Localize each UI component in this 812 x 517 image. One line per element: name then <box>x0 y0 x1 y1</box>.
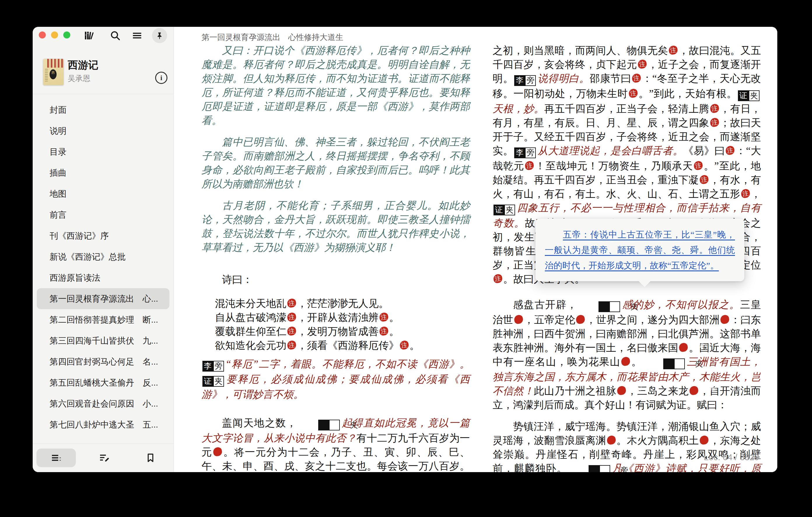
zhu-annotation-badge[interactable]: 注 <box>632 73 641 83</box>
text-segment: ，茫茫渺渺无人见。 <box>297 298 389 309</box>
sidebar-item-14[interactable]: 第五回乱蟠桃大圣偷丹 反... <box>33 372 174 393</box>
zhu-annotation-badge[interactable]: 注 <box>399 340 409 350</box>
close-window-button[interactable] <box>39 31 46 38</box>
zhu-annotation-badge[interactable]: 注 <box>725 145 735 155</box>
text-segment: 天根，妙。 <box>493 103 544 115</box>
ebook-reader-window: 西 西游记 吴承恩 i 封面说明目录插曲地图前言刊《西游记》序新说《西游记》总批… <box>33 27 777 472</box>
zhu-annotation-badge[interactable]: 注 <box>699 435 709 445</box>
paragraph: 覆载群生仰至仁注，发明万物皆成善注。 <box>215 325 470 339</box>
zhu-annotation-badge[interactable]: 注 <box>689 386 699 395</box>
zoom-window-button[interactable] <box>63 31 70 38</box>
zhu-annotation-badge[interactable]: 注 <box>616 386 627 395</box>
text-segment: ，三岛之来龙 <box>627 385 689 397</box>
zhu-annotation-badge[interactable]: 注 <box>709 103 720 113</box>
li-pang-marker: 李旁 <box>514 145 536 159</box>
marker-char: 证 <box>599 301 609 312</box>
zhu-annotation-badge[interactable]: 注 <box>379 312 389 322</box>
zhu-annotation-badge[interactable]: 注 <box>606 435 616 445</box>
info-icon[interactable]: i <box>155 72 167 84</box>
sidebar-item-13[interactable]: 第四回官封弼马心何足 名... <box>33 351 174 372</box>
bookmark-tab-button[interactable] <box>130 449 170 467</box>
reading-pane: 第一回灵根育孕源流出 心性修持大道生 又曰：开口说个《西游释厄传》，厄者何？即后… <box>174 27 777 472</box>
text-segment: 感盘古开辟， <box>513 299 577 310</box>
zhu-annotation-badge[interactable]: 注 <box>637 59 647 69</box>
menu-icon[interactable] <box>130 29 144 42</box>
sidebar-item-3[interactable]: 目录 <box>33 141 174 162</box>
marker-char: 李 <box>202 361 213 372</box>
zhu-annotation-badge[interactable]: 注 <box>576 314 585 324</box>
sidebar-item-6[interactable]: 前言 <box>33 204 174 225</box>
sidebar-item-11[interactable]: 第二回悟彻菩提真妙理 断... <box>33 309 174 330</box>
zhu-annotation-badge[interactable]: 注 <box>213 447 223 457</box>
zhu-annotation-badge[interactable]: 注 <box>287 326 297 336</box>
marker-char: 证 <box>738 90 749 101</box>
zhu-annotation-badge[interactable]: 注 <box>287 298 297 308</box>
sidebar-item-4[interactable]: 插曲 <box>33 162 174 183</box>
sidebar-item-10[interactable]: 第一回灵根育孕源流出 心... <box>37 288 170 309</box>
marker-char: 证 <box>663 359 674 369</box>
text-segment: 。”到此，天始有根。 <box>638 88 737 99</box>
sidebar-item-15[interactable]: 第六回观音赴会问原因 小... <box>33 393 174 414</box>
li-pang-marker: 李旁 <box>202 359 224 372</box>
book-title: 西游记 <box>68 58 98 72</box>
sidebar-item-9[interactable]: 西游原旨读法 <box>33 267 174 288</box>
zhu-annotation-badge[interactable]: 注 <box>287 312 297 322</box>
zhu-annotation-badge[interactable]: 注 <box>741 188 750 199</box>
zhu-annotation-badge[interactable]: 注 <box>514 314 524 324</box>
zheng-jia-marker: 证夹 <box>202 374 224 388</box>
table-of-contents: 封面说明目录插曲地图前言刊《西游记》序新说《西游记》总批西游原旨读法第一回灵根育… <box>33 99 174 435</box>
sidebar-item-1[interactable]: 封面 <box>33 99 174 120</box>
zhu-annotation-badge[interactable]: 注 <box>709 117 720 127</box>
marker-char: 夹 <box>674 359 685 369</box>
reading-column-left: 又曰：开口说个《西游释厄传》，厄者何？即后之种种魔难是。释厄者何？即后之脱壳成真… <box>202 44 470 472</box>
li-pang-marker: 李旁 <box>568 463 610 472</box>
zheng-jia-marker: 证夹 <box>578 299 620 313</box>
zhu-annotation-badge[interactable]: 注 <box>621 357 631 366</box>
sidebar-item-16[interactable]: 第七回八卦炉中逃大圣 五... <box>33 414 174 435</box>
zhu-annotation-badge[interactable]: 注 <box>679 342 689 352</box>
text-segment: 。将一元分为十二会，乃子、丑、寅、卯、辰、巳、午、未、申、酉、戌、亥之十二支也。… <box>202 447 470 472</box>
zhu-annotation-badge[interactable]: 注 <box>287 340 297 350</box>
zhu-annotation-badge[interactable]: 注 <box>628 88 638 98</box>
zhu-annotation-badge[interactable]: 注 <box>493 274 503 283</box>
library-icon[interactable] <box>83 29 96 42</box>
text-segment: ！至哉坤元！万物资生，乃顺承天 <box>534 160 693 172</box>
zhu-annotation-badge[interactable]: 注 <box>693 160 703 171</box>
text-segment: 邵康节曰 <box>590 73 632 84</box>
chapter-header: 第一回灵根育孕源流出 心性修持大道生 <box>202 32 343 42</box>
paragraph: 古月老阴，不能化育；子系细男，正合婴儿。如此妙论，天然吻合，金丹大旨，跃跃现前。… <box>202 199 470 255</box>
annotation-tooltip-text[interactable]: 五帝：传说中上古五位帝王，比“三皇”晚，一般认为是黄帝、颛顼、帝喾、尧、舜。他们… <box>545 227 735 273</box>
screen: 西 西游记 吴承恩 i 封面说明目录插曲地图前言刊《西游记》序新说《西游记》总批… <box>0 0 812 517</box>
zhu-annotation-badge[interactable]: 注 <box>699 175 709 184</box>
marker-char: 证 <box>493 205 504 215</box>
sidebar-item-12[interactable]: 第三回四海千山皆拱伏 九... <box>33 330 174 351</box>
marker-char: 证 <box>202 376 213 387</box>
book-header: 西 西游记 吴承恩 i <box>33 57 174 94</box>
notes-tab-button[interactable] <box>85 449 124 467</box>
toc-tab-button[interactable] <box>36 449 76 467</box>
paragraph: 又曰：开口说个《西游释厄传》，厄者何？即后之种种魔难是。释厄者何？即后之脱壳成真… <box>202 44 470 128</box>
li-pang-marker: 李旁 <box>514 73 536 87</box>
search-icon[interactable] <box>109 29 122 42</box>
pin-toggle-active[interactable] <box>152 28 167 43</box>
marker-char: 旁 <box>213 361 224 372</box>
pin-icon <box>155 31 164 40</box>
zhu-annotation-badge[interactable]: 注 <box>379 326 389 336</box>
marker-char: 夹 <box>749 90 759 101</box>
sidebar-item-2[interactable]: 说明 <box>33 120 174 141</box>
minimize-window-button[interactable] <box>51 31 58 38</box>
zheng-jia-marker: 证夹 <box>643 356 685 370</box>
sidebar-item-7[interactable]: 刊《西游记》序 <box>33 225 174 246</box>
text-segment: ，发明万物皆成善 <box>297 326 379 337</box>
cover-art-text <box>45 69 48 82</box>
book-cover[interactable]: 西 <box>43 59 64 85</box>
text-segment: 混沌未分天地乱 <box>215 298 286 309</box>
text-segment: 感的妙，不知何以报之。 <box>621 299 740 310</box>
sidebar-item-5[interactable]: 地图 <box>33 183 174 204</box>
text-segment: 篇中已明言仙、佛、神圣三者，躲过轮回，不伏阎王老子管矣。而南赡部洲之人，终日摇摇… <box>202 136 470 190</box>
zhu-annotation-badge[interactable]: 注 <box>720 314 730 324</box>
sidebar-item-8[interactable]: 新说《西游记》总批 <box>33 246 174 267</box>
paragraph: 盖闻天地之数，证夹起得直如此冠冕，竟以一篇大文字论冒，从来小说中有此否？有十二万… <box>202 416 470 472</box>
zhu-annotation-badge[interactable]: 注 <box>668 45 678 55</box>
zhu-annotation-badge[interactable]: 注 <box>524 160 534 171</box>
